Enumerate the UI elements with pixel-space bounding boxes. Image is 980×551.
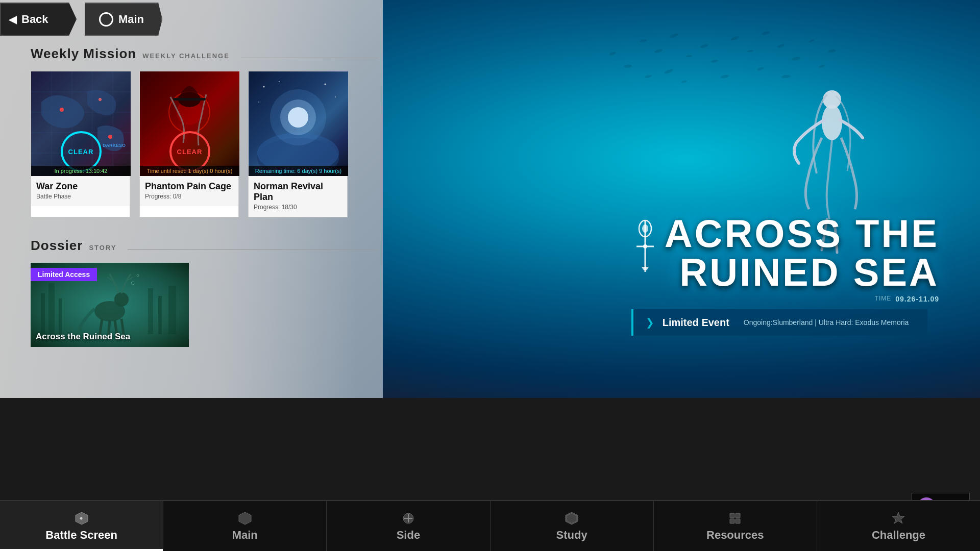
svg-rect-75 (730, 519, 734, 523)
svg-rect-52 (59, 298, 62, 334)
battle-screen-label: Battle Screen (45, 529, 117, 542)
nav-item-side[interactable]: Side (327, 501, 490, 551)
dossier-cards-container: Limited Access Across the Ruined Sea (31, 263, 378, 347)
nav-item-main[interactable]: Main (163, 501, 327, 551)
norman-name: Norman Revival Plan (254, 181, 342, 203)
weekly-mission-subtitle: WEEKLY CHALLENGE (142, 52, 230, 60)
warzone-name: War Zone (36, 181, 125, 192)
battle-screen-icon (74, 510, 90, 527)
back-button[interactable]: ◀ Back (0, 3, 77, 36)
phantom-name: Phantom Pain Cage (145, 181, 233, 192)
limited-event-arrow-icon: ❯ (646, 316, 654, 329)
svg-point-0 (654, 48, 663, 54)
nav-item-inner: Challenge (872, 510, 925, 542)
svg-point-8 (761, 31, 770, 36)
study-icon (564, 510, 580, 527)
dossier-subtitle: STORY (89, 244, 116, 252)
svg-point-57 (114, 292, 129, 307)
weekly-mission-divider (241, 58, 378, 58)
resources-icon (727, 510, 743, 527)
mission-card-phantom[interactable]: CLEAR Time until reset: 1 day(s) 0 hour(… (139, 71, 239, 217)
limited-event-label: Limited Event (663, 317, 729, 329)
back-label: Back (21, 13, 48, 26)
bottom-navigation: Battle Screen Main Side (0, 500, 980, 551)
mission-cards-container: DARKESO CLEAR In progress: 13:10:42 War … (31, 71, 378, 217)
nav-item-battle-screen[interactable]: Battle Screen (0, 501, 163, 551)
limited-event-bar[interactable]: ❯ Limited Event Ongoing:Slumberland | Ul… (631, 309, 927, 336)
svg-rect-51 (48, 283, 55, 334)
svg-point-44 (263, 86, 265, 88)
warzone-info: War Zone Battle Phase (31, 176, 130, 206)
dossier-card-name: Across the Ruined Sea (36, 332, 130, 342)
svg-point-33 (99, 98, 102, 101)
event-time-row: TIME 09.26-11.09 (631, 295, 939, 303)
svg-point-47 (335, 96, 336, 97)
event-title-line1: ACROSS THE (665, 214, 939, 253)
svg-point-32 (60, 108, 64, 112)
dossier-divider (128, 249, 378, 250)
svg-point-43 (270, 89, 326, 145)
svg-point-22 (822, 105, 842, 140)
nav-item-resources[interactable]: Resources (654, 501, 817, 551)
svg-point-3 (686, 55, 692, 57)
svg-point-46 (325, 84, 326, 85)
top-navigation: ◀ Back Main (0, 0, 255, 38)
main-nav-label: Main (232, 529, 258, 542)
svg-point-16 (609, 51, 617, 56)
nav-item-inner: Side (397, 510, 420, 542)
nav-item-inner: Study (556, 510, 587, 542)
dossier-header: Dossier STORY (31, 238, 378, 254)
svg-marker-77 (892, 512, 904, 523)
phantom-thumbnail: CLEAR Time until reset: 1 day(s) 0 hour(… (140, 71, 239, 176)
warzone-sub: Battle Phase (36, 193, 125, 200)
dossier-title: Dossier (31, 238, 83, 254)
phantom-info: Phantom Pain Cage Progress: 0/8 (140, 176, 238, 206)
svg-point-18 (757, 66, 765, 71)
mission-card-warzone[interactable]: DARKESO CLEAR In progress: 13:10:42 War … (31, 71, 130, 217)
svg-point-1 (640, 39, 647, 42)
warzone-thumbnail: DARKESO CLEAR In progress: 13:10:42 (31, 71, 131, 176)
svg-rect-76 (736, 519, 740, 523)
norman-thumbnail: Remaining time: 6 day(s) 9 hour(s) (249, 71, 348, 176)
weekly-mission-title: Weekly Mission (31, 46, 136, 62)
svg-point-4 (700, 43, 708, 49)
svg-point-67 (642, 224, 648, 233)
svg-point-12 (624, 64, 632, 68)
event-time-value: 09.26-11.09 (895, 295, 939, 303)
mission-card-norman[interactable]: Remaining time: 6 day(s) 9 hour(s) Norma… (248, 71, 348, 217)
svg-rect-38 (173, 98, 206, 101)
resources-label: Resources (706, 529, 764, 542)
weekly-mission-header: Weekly Mission WEEKLY CHALLENGE (31, 46, 378, 62)
svg-point-14 (664, 68, 674, 74)
norman-info: Norman Revival Plan Progress: 18/30 (249, 176, 347, 217)
svg-rect-54 (158, 296, 162, 334)
main-button[interactable]: Main (81, 3, 162, 36)
study-label: Study (556, 529, 587, 542)
svg-rect-53 (148, 288, 153, 334)
nav-item-study[interactable]: Study (491, 501, 654, 551)
main-nav-icon (237, 510, 253, 527)
nav-item-challenge[interactable]: Challenge (817, 501, 980, 551)
svg-point-6 (730, 35, 740, 41)
main-circle-icon (99, 12, 113, 27)
dossier-card-ruined-sea[interactable]: Limited Access Across the Ruined Sea (31, 263, 189, 347)
nav-item-inner: Battle Screen (45, 510, 117, 542)
svg-rect-55 (168, 286, 176, 334)
svg-point-34 (108, 135, 112, 139)
svg-point-48 (258, 102, 259, 103)
main-label: Main (118, 13, 144, 26)
svg-rect-50 (41, 293, 45, 334)
norman-bg (249, 71, 348, 176)
svg-rect-73 (730, 513, 734, 518)
svg-point-2 (669, 33, 679, 39)
svg-point-15 (681, 80, 687, 83)
svg-point-69 (643, 244, 647, 248)
norman-sub: Progress: 18/30 (254, 204, 342, 211)
warzone-status: In progress: 13:10:42 (31, 166, 131, 176)
svg-point-17 (721, 74, 729, 79)
challenge-label: Challenge (872, 529, 925, 542)
norman-status: Remaining time: 6 day(s) 9 hour(s) (249, 166, 348, 176)
back-icon: ◀ (9, 13, 16, 26)
svg-point-7 (747, 49, 753, 53)
phantom-status: Time until reset: 1 day(s) 0 hour(s) (140, 166, 239, 176)
